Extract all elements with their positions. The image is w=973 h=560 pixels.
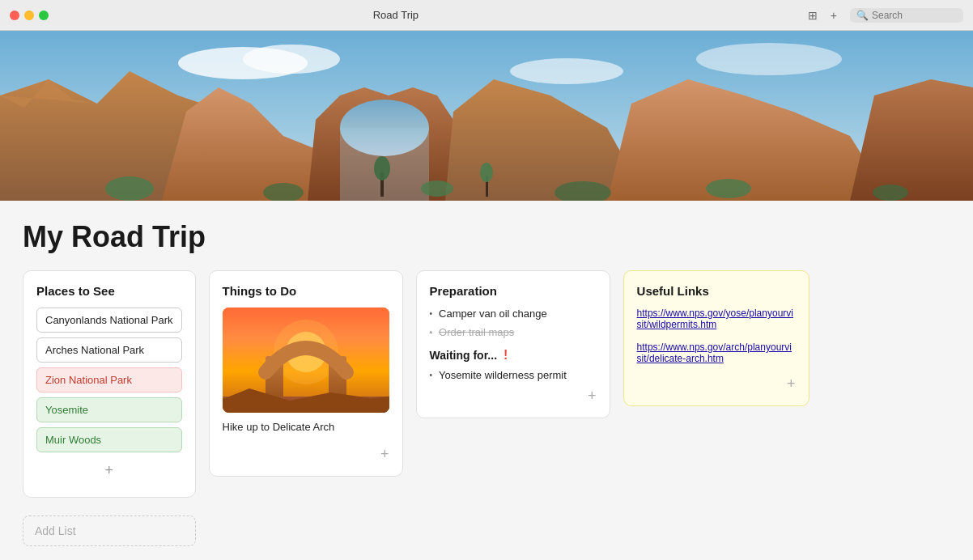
svg-point-16 bbox=[421, 180, 453, 197]
minimize-button[interactable] bbox=[24, 11, 34, 20]
place-item-arches[interactable]: Arches National Park bbox=[36, 337, 182, 363]
svg-point-2 bbox=[243, 45, 340, 74]
titlebar-actions: ⊞ + 🔍 bbox=[808, 8, 963, 23]
links-title: Useful Links bbox=[637, 284, 796, 298]
place-item-zion[interactable]: Zion National Park bbox=[36, 367, 182, 392]
place-item-muirwoods[interactable]: Muir Woods bbox=[36, 427, 182, 452]
links-bottom: + bbox=[637, 375, 796, 392]
svg-point-21 bbox=[374, 156, 390, 180]
places-add-button[interactable]: + bbox=[36, 457, 182, 484]
things-bottom: + bbox=[223, 446, 389, 463]
bullet-icon: • bbox=[430, 371, 433, 380]
things-add-button[interactable]: + bbox=[380, 446, 389, 463]
svg-point-23 bbox=[480, 163, 493, 182]
bullet-icon: • bbox=[430, 328, 433, 337]
bullet-icon: • bbox=[430, 309, 433, 318]
links-card: Useful Links https://www.nps.gov/yose/pl… bbox=[623, 270, 809, 406]
todo-image bbox=[223, 308, 389, 413]
link-item-yose[interactable]: https://www.nps.gov/yose/planyourvisit/w… bbox=[637, 308, 796, 330]
main-content: My Road Trip Places to See Canyonlands N… bbox=[0, 201, 973, 560]
link-item-arch[interactable]: https://www.nps.gov/arch/planyourvisit/d… bbox=[637, 342, 796, 364]
new-note-icon[interactable]: ⊞ bbox=[808, 9, 818, 22]
place-item-canyonlands[interactable]: Canyonlands National Park bbox=[36, 308, 182, 333]
search-input[interactable] bbox=[872, 10, 957, 21]
search-bar[interactable]: 🔍 bbox=[850, 8, 963, 23]
warning-icon: ! bbox=[503, 348, 508, 363]
page-title: My Road Trip bbox=[23, 220, 950, 254]
prep-item-wilderness[interactable]: • Yosemite wilderness permit bbox=[430, 369, 597, 381]
window-title: Road Trip bbox=[58, 9, 733, 21]
prep-waiting-title: Waiting for... ! bbox=[430, 348, 597, 363]
prep-item-trailmaps[interactable]: • Order trail maps bbox=[430, 326, 597, 338]
prep-card: Preparation • Camper van oil change • Or… bbox=[416, 270, 610, 418]
svg-point-19 bbox=[873, 185, 908, 201]
prep-title: Preparation bbox=[430, 284, 597, 298]
svg-point-3 bbox=[510, 58, 623, 84]
places-card: Places to See Canyonlands National Park … bbox=[23, 270, 196, 498]
places-list: Canyonlands National Park Arches Nationa… bbox=[36, 308, 182, 452]
columns-container: Places to See Canyonlands National Park … bbox=[23, 270, 950, 546]
svg-point-4 bbox=[696, 43, 842, 75]
add-list-button[interactable]: Add List bbox=[23, 515, 196, 546]
titlebar: Road Trip ⊞ + 🔍 bbox=[0, 0, 973, 31]
place-item-yosemite[interactable]: Yosemite bbox=[36, 397, 182, 422]
things-card: Things to Do bbox=[209, 270, 403, 477]
places-title: Places to See bbox=[36, 284, 182, 298]
add-icon[interactable]: + bbox=[831, 9, 837, 22]
todo-item-label[interactable]: Hike up to Delicate Arch bbox=[223, 419, 389, 439]
search-icon: 🔍 bbox=[856, 10, 869, 21]
svg-point-18 bbox=[706, 179, 751, 198]
things-title: Things to Do bbox=[223, 284, 389, 298]
prep-add-button[interactable]: + bbox=[588, 388, 597, 405]
close-button[interactable] bbox=[10, 11, 19, 20]
hero-image bbox=[0, 31, 973, 201]
maximize-button[interactable] bbox=[39, 11, 49, 20]
traffic-lights bbox=[10, 11, 49, 20]
links-add-button[interactable]: + bbox=[787, 375, 796, 392]
prep-bottom: + bbox=[430, 388, 597, 405]
svg-point-14 bbox=[105, 176, 154, 201]
prep-item-oilchange[interactable]: • Camper van oil change bbox=[430, 308, 597, 320]
